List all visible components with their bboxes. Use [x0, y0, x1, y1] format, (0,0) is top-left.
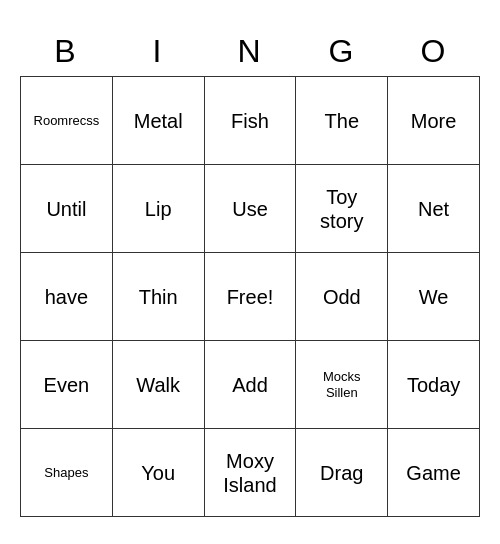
grid-cell: Add [204, 341, 296, 429]
grid-cell: Free! [204, 253, 296, 341]
table-row: EvenWalkAddMocksSillenToday [21, 341, 480, 429]
table-row: haveThinFree!OddWe [21, 253, 480, 341]
grid-cell: Odd [296, 253, 388, 341]
header-letter: O [388, 27, 480, 76]
grid-cell: More [388, 77, 480, 165]
bingo-card: BINGO RoomrecssMetalFishTheMoreUntilLipU… [20, 27, 480, 517]
grid-cell: We [388, 253, 480, 341]
grid-cell: Until [21, 165, 113, 253]
grid-cell: Even [21, 341, 113, 429]
table-row: RoomrecssMetalFishTheMore [21, 77, 480, 165]
grid-cell: have [21, 253, 113, 341]
grid-cell: Net [388, 165, 480, 253]
header-letter: I [112, 27, 204, 76]
grid-cell: Use [204, 165, 296, 253]
grid-cell: Walk [112, 341, 204, 429]
bingo-grid: RoomrecssMetalFishTheMoreUntilLipUseToys… [20, 76, 480, 517]
grid-cell: Drag [296, 429, 388, 517]
header-letter: B [20, 27, 112, 76]
grid-cell: Fish [204, 77, 296, 165]
header-letter: G [296, 27, 388, 76]
grid-cell: Game [388, 429, 480, 517]
grid-cell: MoxyIsland [204, 429, 296, 517]
table-row: UntilLipUseToystoryNet [21, 165, 480, 253]
grid-cell: The [296, 77, 388, 165]
grid-cell: Thin [112, 253, 204, 341]
grid-cell: Toystory [296, 165, 388, 253]
grid-cell: Today [388, 341, 480, 429]
header-letter: N [204, 27, 296, 76]
grid-cell: You [112, 429, 204, 517]
table-row: ShapesYouMoxyIslandDragGame [21, 429, 480, 517]
bingo-header: BINGO [20, 27, 480, 76]
grid-cell: Lip [112, 165, 204, 253]
grid-cell: Roomrecss [21, 77, 113, 165]
grid-cell: Shapes [21, 429, 113, 517]
grid-cell: MocksSillen [296, 341, 388, 429]
grid-cell: Metal [112, 77, 204, 165]
